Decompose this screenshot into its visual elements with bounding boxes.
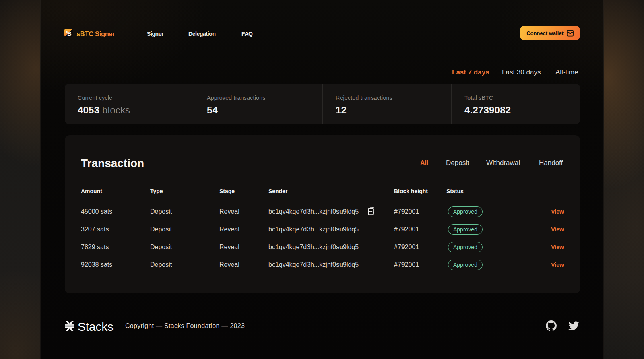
svg-text:B: B <box>67 30 72 37</box>
